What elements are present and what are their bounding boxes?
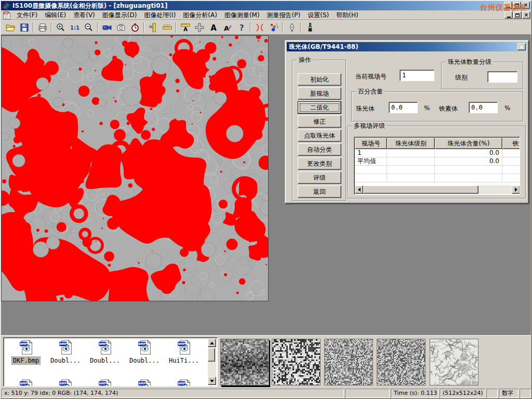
scroll-right-button[interactable] [512,185,520,194]
new-field-button[interactable]: 新视场 [298,87,341,100]
col-field-number[interactable]: 视场号 [355,138,387,149]
table-row[interactable] [355,166,520,174]
bmp-file-icon [59,340,72,355]
scroll-thumb[interactable] [363,185,478,194]
menu-image-analysis[interactable]: 图像分析(A) [179,10,221,21]
count-marks-button[interactable]: 1 3 [267,22,281,34]
file-item[interactable]: Doubl... [46,340,85,364]
table-row[interactable] [355,174,520,182]
level-input[interactable] [487,71,517,83]
file-item[interactable] [125,379,164,387]
menu-help[interactable]: 帮助(H) [332,10,362,21]
timer-button[interactable] [128,22,142,34]
save-button[interactable] [17,22,31,34]
arrow-left-icon [358,188,361,192]
menu-file[interactable]: 文件(F) [13,10,41,21]
return-button[interactable]: 返回 [298,185,341,198]
level-label: 级别 [455,73,468,82]
child-minimize-button[interactable] [504,11,513,19]
caliper-button[interactable] [146,22,160,34]
scroll-left-button[interactable] [355,185,363,194]
text-button[interactable]: A [206,22,220,34]
help-button[interactable]: ? [234,22,248,34]
ruler-button[interactable] [160,22,174,34]
menu-image-display[interactable]: 图像显示(D) [99,10,141,21]
menu-image-processing[interactable]: 图像处理(I) [140,10,179,21]
help-icon: ? [236,22,247,33]
file-item[interactable]: Doubl... [86,340,124,364]
pan-button[interactable] [192,22,206,34]
auto-classify-button[interactable]: 自动分类 [298,143,341,156]
scroll-up-button[interactable] [208,339,216,347]
snapshot-icon [116,22,126,33]
actual-size-button[interactable]: 1:1 [68,22,82,34]
col-pearlite-content[interactable]: 珠光体含量(%) [435,138,502,149]
document-icon: DOC [3,11,11,20]
pen-button[interactable] [285,22,299,34]
snapshot-button[interactable] [114,22,128,34]
table-row[interactable]: 平均值 0.0 [355,157,520,166]
curve-tool-button[interactable] [252,22,267,34]
file-list-scrollbar[interactable] [208,339,216,385]
pearlite-label: 珠光体 [356,104,375,113]
binarize-button[interactable]: 二值化 [298,101,341,114]
rating-table: 视场号 珠光体级别 珠光体含量(%) 铁素体含量(%) 1 0.0 平均值 [354,137,520,195]
file-item[interactable] [7,379,45,387]
file-item[interactable]: DKF.bmp [7,340,45,364]
zoom-out-button[interactable] [82,22,96,34]
close-icon: × [520,44,524,50]
thumbnail-4[interactable] [377,339,425,385]
col-ferrite-content[interactable]: 铁素体含量(%) [502,138,520,149]
table-row[interactable]: 1 0.0 [355,149,520,157]
pick-pearlite-button[interactable]: 点取珠光体 [298,129,341,142]
menu-settings[interactable]: 设置(S) [304,10,332,21]
scroll-track[interactable] [208,347,216,377]
dialog-close-button[interactable]: × [517,43,526,50]
open-file-icon [5,22,16,33]
video-capture-button[interactable] [100,22,114,34]
thumbnail-5[interactable] [430,339,478,385]
print-button[interactable] [35,22,49,34]
dialog-body: 操作 初始化 新视场 二值化 修正 点取珠光体 自动分类 更改类别 评级 返回 … [287,51,527,202]
menu-view[interactable]: 查看(V) [70,10,99,21]
file-item[interactable] [165,379,203,387]
table-horizontal-scrollbar[interactable] [355,185,520,194]
current-field-input[interactable] [400,70,434,81]
menu-bar: DOC 文件(F) 编辑(E) 查看(V) 图像显示(D) 图像处理(I) 图像… [1,10,531,20]
zoom-in-button[interactable] [54,22,68,34]
thumbnail-1[interactable] [220,339,269,385]
scroll-thumb[interactable] [208,348,215,362]
ferrite-percent-input[interactable] [469,102,498,113]
correct-button[interactable]: 修正 [298,115,341,128]
menu-image-measure[interactable]: 图像测量(M) [221,10,263,21]
open-file-button[interactable] [3,22,17,34]
thumbnail-2[interactable] [272,339,321,385]
file-item[interactable] [46,379,85,387]
menu-measure-report[interactable]: 测量报告(P) [263,10,304,21]
scroll-down-button[interactable] [208,377,216,385]
col-pearlite-grade[interactable]: 珠光体级别 [387,138,435,149]
menu-edit[interactable]: 编辑(E) [41,10,70,21]
file-list: DKF.bmp Doubl... Doubl... Doubl... HuiTi… [3,337,218,387]
camera-mode-status: 数字 [499,389,518,398]
file-name: HuiTi... [168,357,200,364]
status-blank [345,389,390,398]
pearlite-percent-input[interactable] [389,102,418,113]
svg-text:A: A [183,26,188,32]
thumbnail-3[interactable] [324,339,373,385]
thumbnail-image [377,339,425,385]
file-item[interactable]: HuiTi... [165,340,203,364]
measure-label-button[interactable]: A [178,22,192,34]
child-restore-button[interactable] [513,11,522,19]
svg-text:A: A [210,23,217,33]
rate-button[interactable]: 评级 [298,171,341,184]
file-item[interactable] [86,379,124,387]
initialize-button[interactable]: 初始化 [298,73,341,86]
annotate-button[interactable]: A [220,22,234,34]
change-class-button[interactable]: 更改类别 [298,157,341,170]
specimen-image[interactable] [2,36,268,301]
child-close-button[interactable]: × [522,11,530,19]
brush-button[interactable] [303,22,317,34]
scroll-track[interactable] [363,185,512,194]
file-item[interactable]: Doubl... [125,340,164,364]
